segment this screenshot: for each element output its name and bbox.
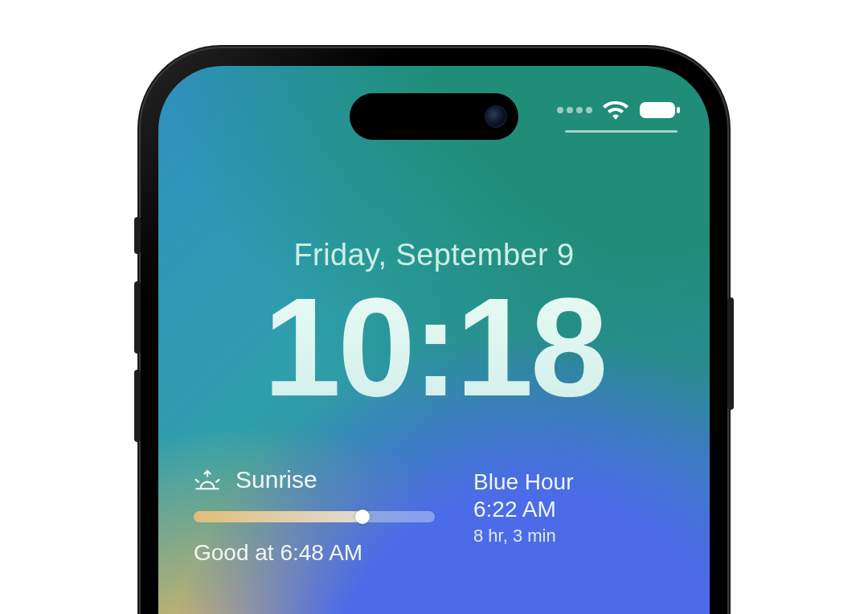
lock-date: Friday, September 9 <box>158 238 710 272</box>
sunrise-detail: Good at 6:48 AM <box>194 540 435 566</box>
blue-hour-title: Blue Hour <box>473 469 674 495</box>
sunrise-progress-track <box>194 511 435 522</box>
sunrise-widget[interactable]: Sunrise Good at 6:48 AM <box>194 466 435 566</box>
sunrise-icon <box>194 468 221 492</box>
dynamic-island[interactable] <box>350 93 518 140</box>
screenshot-stage: Friday, September 9 10:18 <box>0 0 868 614</box>
lock-screen[interactable]: Friday, September 9 10:18 <box>158 66 710 614</box>
sunrise-label: Sunrise <box>235 466 317 493</box>
lock-time: 10:18 <box>158 277 710 417</box>
widgets-row: Sunrise Good at 6:48 AM Blue Hour 6:22 A… <box>194 466 674 566</box>
power-button <box>727 297 734 410</box>
sunrise-progress[interactable] <box>194 511 435 522</box>
svg-rect-0 <box>640 102 675 118</box>
sunrise-progress-knob[interactable] <box>355 510 370 524</box>
volume-up-button <box>134 281 141 354</box>
camera-lens-icon <box>485 105 507 128</box>
battery-icon <box>639 100 681 121</box>
volume-down-button <box>134 370 141 442</box>
phone-frame: Friday, September 9 10:18 <box>141 48 727 614</box>
blue-hour-duration: 8 hr, 3 min <box>473 526 674 546</box>
mute-switch <box>134 217 141 254</box>
svg-rect-1 <box>677 107 680 113</box>
wifi-icon <box>602 100 629 121</box>
signal-dots-icon <box>557 107 592 113</box>
status-underline <box>565 130 678 133</box>
blue-hour-widget[interactable]: Blue Hour 6:22 AM 8 hr, 3 min <box>473 466 674 546</box>
datetime-block: Friday, September 9 10:18 <box>158 238 710 417</box>
blue-hour-time: 6:22 AM <box>473 497 674 522</box>
status-bar-right <box>557 100 681 121</box>
